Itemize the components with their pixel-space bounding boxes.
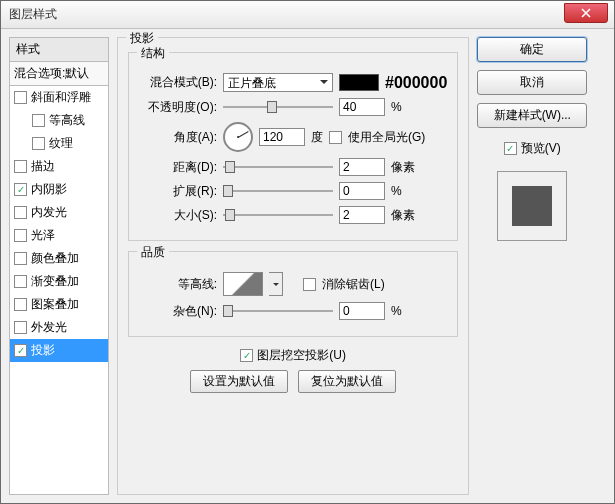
settings-panel: 投影 结构 混合模式(B): 正片叠底 #000000 不透明度(O): %	[117, 37, 469, 495]
noise-input[interactable]	[339, 302, 385, 320]
structure-title: 结构	[137, 45, 169, 62]
color-swatch[interactable]	[339, 74, 379, 91]
opacity-slider[interactable]	[223, 99, 333, 115]
checkbox[interactable]	[14, 160, 27, 173]
checkbox[interactable]	[14, 229, 27, 242]
antialias-checkbox[interactable]	[303, 278, 316, 291]
blend-mode-select[interactable]: 正片叠底	[223, 73, 333, 92]
styles-header[interactable]: 样式	[9, 37, 109, 62]
style-outer-glow[interactable]: 外发光	[10, 316, 108, 339]
preview-label: 预览(V)	[521, 140, 561, 157]
checkbox[interactable]	[32, 137, 45, 150]
contour-picker[interactable]	[223, 272, 263, 296]
noise-label: 杂色(N):	[139, 303, 217, 320]
layer-style-dialog: 图层样式 样式 混合选项:默认 斜面和浮雕 等高线 纹理 描边 内阴影 内发光 …	[0, 0, 615, 504]
size-input[interactable]	[339, 206, 385, 224]
opacity-input[interactable]	[339, 98, 385, 116]
knockout-checkbox[interactable]	[240, 349, 253, 362]
checkbox[interactable]	[32, 114, 45, 127]
close-button[interactable]	[564, 3, 608, 23]
antialias-label: 消除锯齿(L)	[322, 276, 385, 293]
structure-group: 结构 混合模式(B): 正片叠底 #000000 不透明度(O): %	[128, 52, 458, 241]
angle-input[interactable]	[259, 128, 305, 146]
checkbox[interactable]	[14, 275, 27, 288]
quality-title: 品质	[137, 244, 169, 261]
preview-swatch	[512, 186, 552, 226]
window-title: 图层样式	[9, 6, 57, 23]
distance-label: 距离(D):	[139, 159, 217, 176]
spread-label: 扩展(R):	[139, 183, 217, 200]
action-panel: 确定 取消 新建样式(W)... 预览(V)	[477, 37, 587, 495]
blend-options-header[interactable]: 混合选项:默认	[9, 62, 109, 86]
style-inner-shadow[interactable]: 内阴影	[10, 178, 108, 201]
checkbox[interactable]	[14, 344, 27, 357]
checkbox[interactable]	[14, 321, 27, 334]
style-satin[interactable]: 光泽	[10, 224, 108, 247]
new-style-button[interactable]: 新建样式(W)...	[477, 103, 587, 128]
styles-panel: 样式 混合选项:默认 斜面和浮雕 等高线 纹理 描边 内阴影 内发光 光泽 颜色…	[9, 37, 109, 495]
style-color-overlay[interactable]: 颜色叠加	[10, 247, 108, 270]
angle-dial[interactable]	[223, 122, 253, 152]
styles-list: 斜面和浮雕 等高线 纹理 描边 内阴影 内发光 光泽 颜色叠加 渐变叠加 图案叠…	[9, 86, 109, 495]
set-default-button[interactable]: 设置为默认值	[190, 370, 288, 393]
drop-shadow-group: 投影 结构 混合模式(B): 正片叠底 #000000 不透明度(O): %	[117, 37, 469, 495]
checkbox[interactable]	[14, 298, 27, 311]
spread-input[interactable]	[339, 182, 385, 200]
checkbox[interactable]	[14, 252, 27, 265]
blend-mode-label: 混合模式(B):	[139, 74, 217, 91]
ok-button[interactable]: 确定	[477, 37, 587, 62]
knockout-label: 图层挖空投影(U)	[257, 347, 346, 364]
size-label: 大小(S):	[139, 207, 217, 224]
style-contour[interactable]: 等高线	[10, 109, 108, 132]
style-bevel[interactable]: 斜面和浮雕	[10, 86, 108, 109]
spread-slider[interactable]	[223, 183, 333, 199]
style-gradient-overlay[interactable]: 渐变叠加	[10, 270, 108, 293]
distance-input[interactable]	[339, 158, 385, 176]
titlebar: 图层样式	[1, 1, 614, 29]
style-drop-shadow[interactable]: 投影	[10, 339, 108, 362]
contour-label: 等高线:	[139, 276, 217, 293]
preview-checkbox[interactable]	[504, 142, 517, 155]
opacity-label: 不透明度(O):	[139, 99, 217, 116]
global-light-label: 使用全局光(G)	[348, 129, 425, 146]
style-texture[interactable]: 纹理	[10, 132, 108, 155]
contour-dropdown[interactable]	[269, 272, 283, 296]
size-slider[interactable]	[223, 207, 333, 223]
checkbox[interactable]	[14, 183, 27, 196]
checkbox[interactable]	[14, 206, 27, 219]
preview-box	[497, 171, 567, 241]
reset-default-button[interactable]: 复位为默认值	[298, 370, 396, 393]
distance-slider[interactable]	[223, 159, 333, 175]
angle-label: 角度(A):	[139, 129, 217, 146]
style-pattern-overlay[interactable]: 图案叠加	[10, 293, 108, 316]
checkbox[interactable]	[14, 91, 27, 104]
close-icon	[581, 8, 591, 18]
global-light-checkbox[interactable]	[329, 131, 342, 144]
noise-slider[interactable]	[223, 303, 333, 319]
style-stroke[interactable]: 描边	[10, 155, 108, 178]
style-inner-glow[interactable]: 内发光	[10, 201, 108, 224]
color-hex: #000000	[385, 74, 447, 92]
cancel-button[interactable]: 取消	[477, 70, 587, 95]
quality-group: 品质 等高线: 消除锯齿(L) 杂色(N): %	[128, 251, 458, 337]
